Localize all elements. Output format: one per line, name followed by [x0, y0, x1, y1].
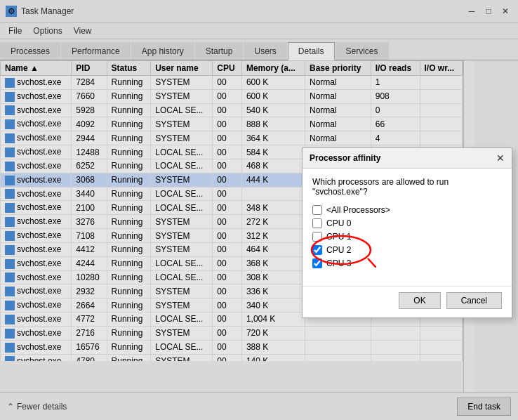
- processor-affinity-modal: Processor affinity ✕ Which processors ar…: [302, 147, 512, 318]
- checkbox-label-4: CPU 3: [326, 258, 351, 268]
- checkbox-item-1: CPU 0: [312, 218, 502, 228]
- modal-body: Which processors are allowed to run "svc…: [303, 169, 512, 280]
- checkbox-label-0: <All Processors>: [326, 205, 390, 215]
- checkbox-2[interactable]: [312, 232, 322, 242]
- modal-buttons: OK Cancel: [303, 286, 512, 317]
- checkbox-0[interactable]: [312, 205, 322, 215]
- cancel-button[interactable]: Cancel: [446, 292, 502, 309]
- checkbox-item-2: CPU 1: [312, 232, 502, 242]
- checkbox-item-0: <All Processors>: [312, 205, 502, 215]
- modal-title: Processor affinity: [310, 153, 380, 163]
- checkbox-item-3: CPU 2: [312, 245, 502, 255]
- checkbox-label-2: CPU 1: [326, 232, 351, 242]
- checkbox-1[interactable]: [312, 218, 322, 228]
- checkbox-label-1: CPU 0: [326, 218, 351, 228]
- checkbox-item-4: CPU 3: [312, 258, 502, 268]
- modal-question: Which processors are allowed to run "svc…: [312, 177, 502, 197]
- checkboxes-container: <All Processors>CPU 0CPU 1CPU 2CPU 3: [312, 205, 502, 268]
- modal-close-button[interactable]: ✕: [496, 152, 505, 164]
- checkbox-3[interactable]: [312, 245, 322, 255]
- ok-button[interactable]: OK: [399, 292, 440, 309]
- modal-title-bar: Processor affinity ✕: [303, 148, 512, 169]
- checkbox-4[interactable]: [312, 258, 322, 268]
- checkbox-label-3: CPU 2: [326, 245, 351, 255]
